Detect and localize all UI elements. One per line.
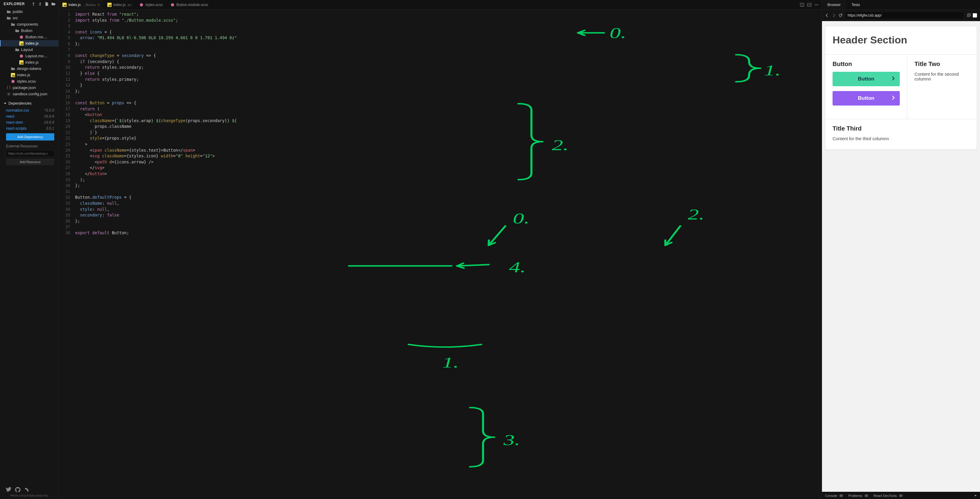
svg-point-2 [11,79,15,83]
tree-item-public[interactable]: public [0,8,59,15]
explorer-title: EXPLORER [4,2,25,6]
row2-body: Content for the third columnn [832,136,969,141]
dependencies-list: normalize.css^5.0.0react16.8.6react-dom1… [0,107,59,132]
devtools-tab[interactable]: React DevTools 0 [873,494,903,497]
editor-tab-actions [800,3,822,7]
secondary-button-label: Button [858,95,875,101]
tree-item-package-json[interactable]: package.json [0,84,59,91]
sidebar-footer [0,484,59,494]
code-content[interactable]: import React from "react";import styles … [73,10,822,499]
svg-point-11 [816,4,817,5]
dependency-row[interactable]: react-dom16.8.6 [0,119,59,126]
url-input[interactable] [845,11,964,19]
svg-rect-22 [968,14,970,16]
tree-item-styles-scss[interactable]: styles.scss [0,78,59,84]
new-file-icon[interactable] [45,2,49,6]
url-bar [822,10,980,21]
external-resource-input[interactable] [6,150,54,157]
console-count: 0 [839,494,843,497]
primary-button-label: Button [858,76,875,82]
col-left-title: Button [832,60,900,68]
tree-item-Layout-mo-[interactable]: Layout.mo… [0,53,59,59]
tree-item-components[interactable]: components [0,21,59,27]
explorer-header: EXPLORER [0,0,59,8]
primary-button[interactable]: Button [832,72,900,86]
tree-item-Layout[interactable]: Layout [0,46,59,53]
split-horizontal-icon[interactable] [807,3,811,7]
tree-item-Button-mo-[interactable]: Button.mo… [0,34,59,40]
page-title: Header Section [832,34,969,46]
chevron-right-icon [892,95,895,101]
chevron-right-icon [892,76,895,82]
svg-point-1 [20,54,23,57]
problems-count: 0 [864,494,869,497]
add-resource-button[interactable]: Add Resource [6,159,54,165]
forward-icon[interactable] [832,13,836,17]
devtools-count: 0 [899,494,903,497]
svg-point-10 [815,4,816,5]
dependency-row[interactable]: react16.8.6 [0,113,59,119]
external-resources-label: External Resources [0,142,59,149]
editor-pane: JSindex.js.../Button×JSindex.jssrcstyles… [59,0,822,499]
dependency-row[interactable]: react-scripts3.0.1 [0,126,59,132]
editor-tab[interactable]: JSindex.jssrc [104,0,136,10]
preview-tabs: BrowserTests [822,0,980,10]
add-dependency-button[interactable]: Add Dependency [6,133,54,140]
dependencies-label: Dependencies [8,101,32,105]
sidebar: EXPLORER publicsrccomponentsButtonButton… [0,0,59,499]
console-tab[interactable]: Console 0 [825,494,843,497]
svg-point-3 [8,94,10,95]
fullscreen-icon[interactable] [973,13,977,17]
preview-tab-browser[interactable]: Browser [822,0,846,10]
preview-pane: BrowserTests Header Section Button [822,0,980,499]
tree-item-src[interactable]: src [0,15,59,21]
build-id: PROD-1571237038-a19d42751 [0,494,59,499]
rendered-page: Header Section Button Button Button [825,26,977,150]
svg-point-12 [818,4,818,5]
collapse-icon[interactable] [974,494,977,497]
tree-item-index-js[interactable]: JSindex.js [0,72,59,78]
tree-item-design-tokens[interactable]: design-tokens [0,65,59,72]
tree-item-sandbox-config-json[interactable]: sandbox.config.json [0,91,59,97]
editor-tab[interactable]: styles.scss [136,0,167,10]
more-icon[interactable] [815,3,819,7]
download-icon[interactable] [38,2,42,6]
upload-icon[interactable] [31,2,36,6]
chevron-down-icon [4,102,6,105]
dependency-row[interactable]: normalize.css^5.0.0 [0,107,59,113]
open-new-window-icon[interactable] [967,13,971,17]
spectrum-icon[interactable] [24,487,30,493]
svg-point-0 [20,35,23,38]
new-folder-icon[interactable] [51,2,56,6]
col-right-title: Title Two [915,60,969,68]
split-vertical-icon[interactable] [800,3,804,7]
line-gutter: 1234567891011121314151617181920212223242… [59,10,73,499]
reload-icon[interactable] [838,13,843,17]
github-icon[interactable] [15,487,21,493]
editor-tab[interactable]: Button.module.scss [167,0,212,10]
tree-item-index-js[interactable]: JSindex.js [0,40,59,46]
svg-rect-21 [967,14,970,17]
explorer-actions [31,2,56,6]
back-icon[interactable] [825,13,829,17]
tree-item-Button[interactable]: Button [0,27,59,34]
close-icon[interactable]: × [98,3,100,7]
secondary-button[interactable]: Button [832,91,900,105]
dependencies-header[interactable]: Dependencies [0,98,59,107]
preview-tab-tests[interactable]: Tests [846,0,865,10]
row2-title: Title Third [832,125,969,132]
tree-item-index-js[interactable]: JSindex.js [0,59,59,65]
problems-tab[interactable]: Problems 0 [848,494,869,497]
browser-frame: Header Section Button Button Button [822,21,980,492]
file-tree: publicsrccomponentsButtonButton.mo…JSind… [0,8,59,98]
col-right-body: Content for the second columnn [915,72,969,81]
twitter-icon[interactable] [6,487,11,493]
preview-footer: Console 0 Problems 0 React DevTools 0 [822,492,980,499]
svg-point-5 [171,3,174,6]
svg-point-4 [140,3,143,6]
code-area[interactable]: 1234567891011121314151617181920212223242… [59,10,822,499]
editor-tab[interactable]: JSindex.js.../Button× [59,0,104,10]
editor-tabs: JSindex.js.../Button×JSindex.jssrcstyles… [59,0,822,10]
page-header: Header Section [825,26,977,54]
